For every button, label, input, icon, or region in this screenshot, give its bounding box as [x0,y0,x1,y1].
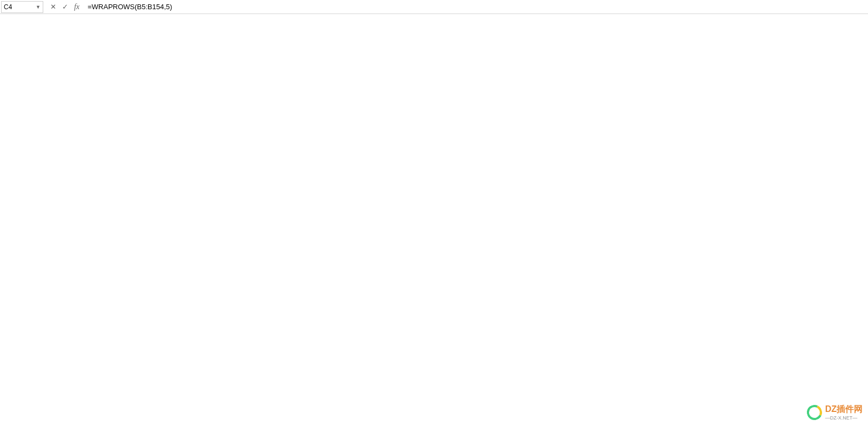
name-box-dropdown-icon[interactable]: ▼ [36,4,41,10]
formula-bar: C4 ▼ ✕ ✓ fx [0,0,868,14]
formula-buttons: ✕ ✓ fx [44,2,85,12]
formula-input[interactable] [85,1,868,13]
name-box[interactable]: C4 ▼ [1,1,43,13]
insert-function-button[interactable]: fx [71,2,82,12]
cancel-button[interactable]: ✕ [48,2,58,12]
name-box-value: C4 [4,3,12,11]
accept-button[interactable]: ✓ [59,2,70,12]
